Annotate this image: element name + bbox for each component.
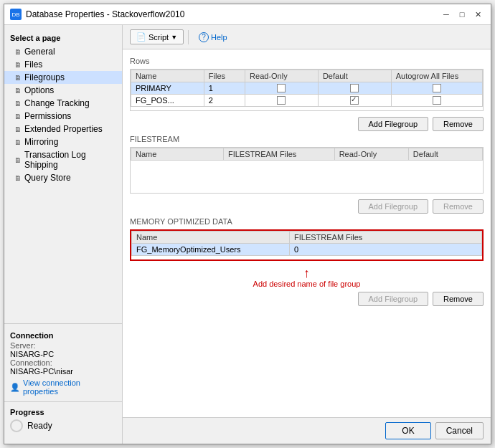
sidebar-item-transaction-log[interactable]: 🗎 Transaction Log Shipping [4,148,122,171]
memory-section-label: MEMORY OPTIMIZED DATA [130,217,484,226]
dropdown-arrow-icon: ▼ [171,34,177,41]
checkbox-readonly[interactable] [277,84,286,92]
page-icon: 🗎 [14,125,22,133]
fs-col-files: FILESTREAM Files [223,148,334,161]
empty-cell [131,161,483,189]
row-readonly [245,82,319,95]
sidebar-item-query-store[interactable]: 🗎 Query Store [4,171,122,184]
sidebar-item-change-tracking[interactable]: 🗎 Change Tracking [4,97,122,110]
checkbox-default[interactable] [350,96,359,105]
page-icon: 🗎 [14,156,22,164]
row-name: PRIMARY [131,82,204,95]
memory-table-container: Name FILESTREAM Files FG_MemoryOptimized… [130,229,484,261]
checkbox-autogrow[interactable] [433,96,441,105]
cancel-button[interactable]: Cancel [435,422,484,439]
sidebar-item-general[interactable]: 🗎 General [4,45,122,58]
main-content: Rows Name Files Read-Only Default Autogr… [123,49,491,417]
app-icon: DB [10,9,22,20]
progress-title: Progress [10,408,116,416]
table-row[interactable]: FG_MemoryOptimized_Users 0 [132,243,482,255]
sidebar-section-title: Select a page [4,31,122,45]
sidebar-item-options[interactable]: 🗎 Options [4,84,122,97]
col-header-default: Default [318,70,391,82]
rows-btn-row: Add Filegroup Remove [130,117,484,131]
script-icon: 📄 [136,32,146,42]
checkbox-autogrow[interactable] [433,84,441,92]
sidebar-item-permissions[interactable]: 🗎 Permissions [4,110,122,123]
filestream-table-container: Name FILESTREAM Files Read-Only Default [130,147,484,194]
sidebar-item-files[interactable]: 🗎 Files [4,58,122,71]
progress-row: Ready [10,419,116,432]
col-header-name: Name [131,70,204,82]
progress-spinner [10,419,23,432]
filestream-btn-row: Add Filegroup Remove [130,199,484,214]
checkbox-readonly[interactable] [277,96,286,105]
col-header-files: Files [204,70,245,82]
annotation-area: ↑ Add desired name of file group [130,267,484,288]
toolbar: 📄 Script ▼ ? Help [123,25,491,49]
connection-label: Connection: [10,358,116,367]
minimize-button[interactable]: ─ [439,8,453,21]
row-autogrow [391,95,482,107]
script-button[interactable]: 📄 Script ▼ [130,29,184,44]
checkbox-default[interactable] [350,84,359,92]
mem-col-name: Name [132,231,290,243]
col-header-readonly: Read-Only [245,70,319,82]
content-area: Select a page 🗎 General 🗎 Files 🗎 Filegr… [4,25,491,444]
mem-col-files: FILESTREAM Files [290,231,482,243]
annotation-text: Add desired name of file group [253,280,361,288]
maximize-button[interactable]: □ [455,8,469,21]
row-default [318,95,391,107]
footer-bar: OK Cancel [123,417,491,444]
filestream-add-filegroup-button[interactable]: Add Filegroup [358,199,429,214]
memory-row-name: FG_MemoryOptimized_Users [132,243,290,255]
page-icon: 🗎 [14,61,22,69]
table-row[interactable]: PRIMARY 1 [131,82,483,95]
memory-remove-button[interactable]: Remove [433,292,484,306]
table-row [131,161,483,189]
progress-status: Ready [27,421,52,431]
view-connection-link[interactable]: 👤 View connection properties [10,378,116,396]
row-files: 2 [204,95,245,107]
progress-section: Progress Ready [4,401,122,438]
col-header-autogrow: Autogrow All Files [391,70,482,82]
ok-button[interactable]: OK [385,422,430,439]
table-row[interactable]: FG_POS... 2 [131,95,483,107]
row-default [318,82,391,95]
filestream-remove-button[interactable]: Remove [433,199,484,214]
row-readonly [245,95,319,107]
rows-section-label: Rows [130,57,484,65]
row-autogrow [391,82,482,95]
memory-add-filegroup-button[interactable]: Add Filegroup [358,292,429,306]
rows-remove-button[interactable]: Remove [433,117,484,131]
connection-value: NISARG-PC\nisar [10,367,116,376]
filestream-table: Name FILESTREAM Files Read-Only Default [131,148,483,189]
row-files: 1 [204,82,245,95]
sidebar-item-mirroring[interactable]: 🗎 Mirroring [4,135,122,148]
toolbar-separator [188,30,189,44]
help-button[interactable]: ? Help [193,30,233,44]
sidebar: Select a page 🗎 General 🗎 Files 🗎 Filegr… [4,25,123,444]
sidebar-item-filegroups[interactable]: 🗎 Filegroups [4,71,122,84]
connection-title: Connection [10,330,116,341]
sidebar-item-extended-properties[interactable]: 🗎 Extended Properties [4,123,122,135]
link-icon: 👤 [10,383,20,392]
filestream-section-label: FILESTREAM [130,135,484,143]
row-name: FG_POS... [131,95,204,107]
window-title: Database Properties - Stackoverflow2010 [26,9,435,19]
rows-add-filegroup-button[interactable]: Add Filegroup [358,117,429,131]
fs-col-readonly: Read-Only [334,148,408,161]
memory-btn-row: Add Filegroup Remove [130,292,484,306]
memory-row-files: 0 [290,243,482,255]
main-panel: 📄 Script ▼ ? Help Rows [123,25,491,444]
server-value: NISARG-PC [10,350,116,358]
page-icon: 🗎 [14,74,22,82]
page-icon: 🗎 [14,87,22,95]
page-icon: 🗎 [14,48,22,56]
page-icon: 🗎 [14,100,22,108]
close-button[interactable]: ✕ [471,8,485,21]
server-label: Server: [10,341,116,350]
page-icon: 🗎 [14,113,22,120]
title-bar-buttons: ─ □ ✕ [439,8,485,21]
up-arrow-icon: ↑ [303,267,310,280]
